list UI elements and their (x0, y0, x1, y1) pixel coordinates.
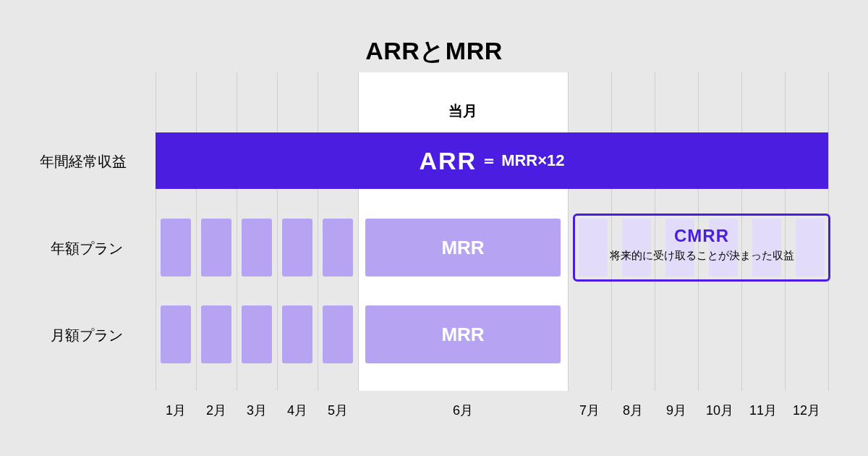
cmrr-subtitle: 将来的に受け取ることが決まった収益 (575, 249, 828, 263)
annual-block (201, 219, 231, 276)
annual-mrr-current: MRR (365, 219, 561, 276)
month-label: 11月 (741, 402, 785, 419)
arr-bar: ARR ＝ MRR×12 (156, 132, 828, 189)
diagram-title: ARRとMRR (0, 35, 868, 68)
month-label: 10月 (698, 402, 741, 419)
monthly-block (161, 305, 191, 363)
annual-block (242, 219, 272, 276)
month-label: 6月 (358, 402, 568, 419)
month-label: 4月 (277, 402, 318, 419)
arr-big-text: ARR (419, 147, 477, 175)
annual-block (282, 219, 312, 276)
month-label: 9月 (655, 402, 698, 419)
month-label: 7月 (568, 402, 611, 419)
annual-block (161, 219, 191, 276)
month-label: 8月 (611, 402, 655, 419)
month-label: 1月 (156, 402, 196, 419)
arr-eq-text: ＝ (481, 150, 497, 172)
row-label-arr: 年間経常収益 (40, 152, 127, 172)
monthly-mrr-current: MRR (365, 305, 561, 363)
month-label: 3月 (237, 402, 277, 419)
row-label-annual-plan: 年額プラン (51, 239, 123, 258)
monthly-block (282, 305, 312, 363)
arr-formula-text: MRR×12 (501, 151, 564, 170)
annual-block (323, 219, 353, 276)
monthly-block (242, 305, 272, 363)
monthly-block (201, 305, 231, 363)
month-label: 12月 (785, 402, 828, 419)
month-label: 2月 (196, 402, 237, 419)
monthly-block (323, 305, 353, 363)
month-label: 5月 (318, 402, 358, 419)
cmrr-title: CMRR (575, 226, 828, 246)
row-label-monthly-plan: 月額プラン (51, 326, 123, 345)
cmrr-box: CMRR 将来的に受け取ることが決まった収益 (573, 214, 830, 282)
current-month-label: 当月 (358, 101, 568, 121)
